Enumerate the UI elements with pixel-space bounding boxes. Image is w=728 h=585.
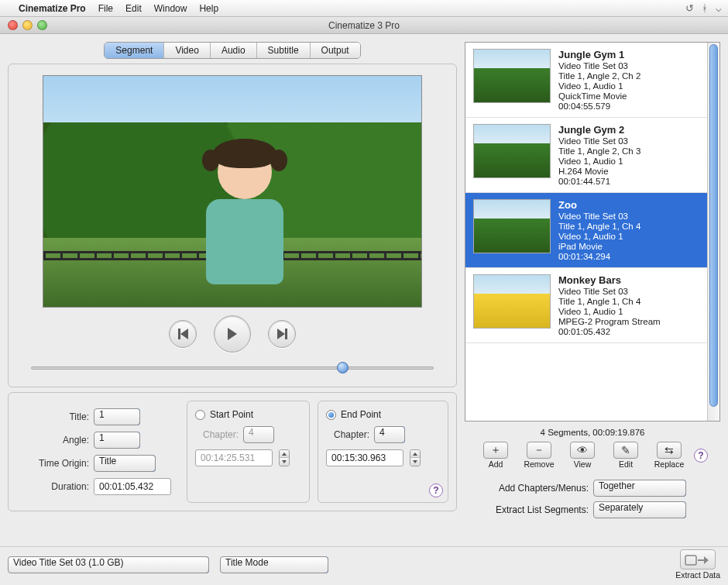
list-scrollbar[interactable] <box>707 43 719 421</box>
segment-meta: Jungle Gym 1Video Title Set 03Title 1, A… <box>558 49 640 111</box>
segment-title: Jungle Gym 1 <box>558 49 640 60</box>
segment-thumbnail <box>473 199 551 253</box>
segments-list-frame: Jungle Gym 1Video Title Set 03Title 1, A… <box>465 42 720 422</box>
duration-label: Duration: <box>24 481 89 492</box>
scrub-slider[interactable] <box>31 360 434 374</box>
title-mode-select[interactable]: Title Mode <box>220 556 328 573</box>
angle-select[interactable]: 1 <box>94 432 140 449</box>
extract-icon <box>680 549 716 570</box>
time-origin-select[interactable]: Title <box>94 455 156 472</box>
remove-button[interactable]: －Remove <box>520 442 558 469</box>
title-label: Title: <box>24 411 89 422</box>
start-chapter-select[interactable]: 4 <box>243 426 274 443</box>
edit-button[interactable]: ✎Edit <box>607 442 644 469</box>
tab-segment[interactable]: Segment <box>105 43 164 58</box>
tab-video[interactable]: Video <box>164 43 210 58</box>
app-menu[interactable]: Cinematize Pro <box>19 3 86 14</box>
duration-value: 00:01:05.432 <box>94 478 171 495</box>
end-point-label: End Point <box>341 409 381 420</box>
extract-data-label: Extract Data <box>675 570 720 580</box>
segments-toolbar: ＋Add －Remove 👁View ✎Edit ⇆Replace ? <box>465 442 720 469</box>
segment-thumbnail <box>473 274 551 329</box>
toolbar-help-button[interactable]: ? <box>694 449 708 463</box>
segments-summary: 4 Segments, 00:09:19.876 <box>465 425 720 439</box>
svg-rect-0 <box>685 556 696 565</box>
segment-item[interactable]: Jungle Gym 1Video Title Set 03Title 1, A… <box>465 43 707 118</box>
end-point-radio[interactable] <box>326 410 336 420</box>
video-preview[interactable] <box>43 75 422 308</box>
prev-chapter-button[interactable] <box>169 320 197 348</box>
extract-list-label: Extract List Segments: <box>465 504 589 515</box>
end-time-stepper[interactable] <box>410 449 421 466</box>
view-button[interactable]: 👁View <box>564 442 601 469</box>
extract-data-button[interactable]: Extract Data <box>675 549 720 580</box>
app-window: Cinematize 3 Pro Segment Video Audio Sub… <box>0 17 728 585</box>
segments-list[interactable]: Jungle Gym 1Video Title Set 03Title 1, A… <box>465 43 707 421</box>
add-chapters-label: Add Chapters/Menus: <box>465 483 589 494</box>
wifi-icon[interactable]: ⌵ <box>716 2 722 14</box>
segment-thumbnail <box>473 49 551 103</box>
menu-help[interactable]: Help <box>199 3 218 14</box>
tab-output[interactable]: Output <box>311 43 360 58</box>
next-chapter-button[interactable] <box>268 320 296 348</box>
segment-title: Zoo <box>558 199 640 211</box>
add-chapters-select[interactable]: Together <box>593 480 686 497</box>
tab-subtitle[interactable]: Subtitle <box>257 43 311 58</box>
menu-file[interactable]: File <box>98 3 113 14</box>
title-set-select[interactable]: Video Title Set 03 (1.0 GB) <box>8 556 209 573</box>
time-origin-label: Time Origin: <box>24 458 89 469</box>
end-time-field[interactable]: 00:15:30.963 <box>326 449 403 466</box>
menu-edit[interactable]: Edit <box>125 3 142 14</box>
start-point-label: Start Point <box>210 409 253 420</box>
bluetooth-icon[interactable]: ᚼ <box>702 2 708 14</box>
extract-list-select[interactable]: Separately <box>593 501 686 518</box>
segment-meta: Monkey BarsVideo Title Set 03Title 1, An… <box>558 274 661 336</box>
start-time-stepper[interactable] <box>279 449 290 466</box>
scrub-thumb[interactable] <box>337 362 349 373</box>
replace-button[interactable]: ⇆Replace <box>651 442 688 469</box>
segment-item[interactable]: ZooVideo Title Set 03Title 1, Angle 1, C… <box>465 193 707 268</box>
segment-item[interactable]: Monkey BarsVideo Title Set 03Title 1, An… <box>465 268 707 343</box>
menu-window[interactable]: Window <box>154 3 187 14</box>
preview-panel <box>8 64 457 387</box>
tab-audio[interactable]: Audio <box>211 43 257 58</box>
segment-meta: Jungle Gym 2Video Title Set 03Title 1, A… <box>558 124 640 186</box>
title-select[interactable]: 1 <box>94 408 140 425</box>
add-button[interactable]: ＋Add <box>477 442 514 469</box>
window-title: Cinematize 3 Pro <box>0 20 728 31</box>
segment-controls: Title: 1 Angle: 1 Time Origin: Title Dur… <box>8 392 457 511</box>
system-menubar: Cinematize Pro File Edit Window Help ↺ ᚼ… <box>0 0 728 17</box>
end-chapter-label: Chapter: <box>326 429 369 440</box>
start-point-radio[interactable] <box>195 410 205 420</box>
segment-title: Jungle Gym 2 <box>558 124 640 136</box>
segment-thumbnail <box>473 124 551 178</box>
start-chapter-label: Chapter: <box>195 429 239 440</box>
time-machine-icon[interactable]: ↺ <box>685 2 694 14</box>
help-button[interactable]: ? <box>429 483 443 497</box>
main-tabs: Segment Video Audio Subtitle Output <box>104 42 360 59</box>
play-button[interactable] <box>214 315 251 353</box>
bottom-bar: Video Title Set 03 (1.0 GB) Title Mode E… <box>0 546 728 585</box>
start-time-field[interactable]: 00:14:25.531 <box>195 449 273 466</box>
segment-item[interactable]: Jungle Gym 2Video Title Set 03Title 1, A… <box>465 118 707 193</box>
window-titlebar[interactable]: Cinematize 3 Pro <box>0 17 728 34</box>
transport-controls <box>169 315 296 353</box>
segment-meta: ZooVideo Title Set 03Title 1, Angle 1, C… <box>558 199 640 261</box>
end-chapter-select[interactable]: 4 <box>374 426 405 443</box>
segment-title: Monkey Bars <box>558 274 661 286</box>
angle-label: Angle: <box>24 435 89 446</box>
